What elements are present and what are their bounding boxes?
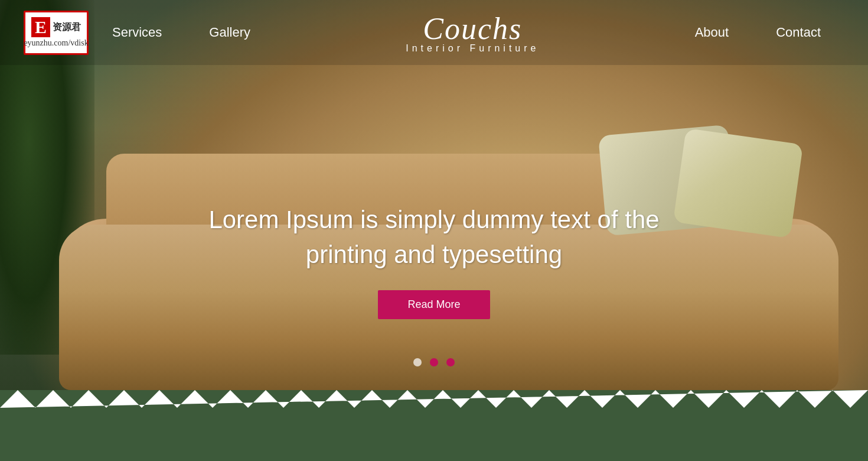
hero-section: E 资源君 eyunzhu.com/vdisk Services Gallery…: [0, 0, 868, 426]
nav-item-services[interactable]: Services: [89, 19, 185, 46]
nav-right-links: About Contact: [671, 19, 844, 46]
carousel-dot-2[interactable]: [430, 358, 438, 366]
logo-chinese: 资源君: [53, 22, 81, 32]
hero-title-line1: Lorem Ipsum is simply dummy text of the: [208, 206, 659, 233]
carousel-dot-3[interactable]: [446, 358, 455, 366]
hero-title: Lorem Ipsum is simply dummy text of the …: [198, 203, 670, 272]
zigzag-border: [0, 390, 868, 426]
carousel-dots: [0, 358, 868, 366]
hero-content: Lorem Ipsum is simply dummy text of the …: [0, 203, 868, 319]
nav-left-links: Services Gallery: [89, 19, 274, 46]
navbar: E 资源君 eyunzhu.com/vdisk Services Gallery…: [0, 0, 868, 65]
logo-e-row: E 资源君: [31, 17, 81, 37]
logo-box: E 资源君 eyunzhu.com/vdisk: [24, 11, 89, 55]
logo-url: eyunzhu.com/vdisk: [24, 38, 88, 48]
nav-item-about[interactable]: About: [671, 19, 753, 46]
logo-e-letter: E: [31, 17, 50, 37]
hero-title-line2: printing and typesetting: [306, 241, 562, 268]
brand-subtitle: Interior Furniture: [274, 43, 671, 54]
nav-item-gallery[interactable]: Gallery: [185, 19, 274, 46]
brand-title: Couchs Interior Furniture: [274, 11, 671, 54]
carousel-dot-1[interactable]: [413, 358, 422, 366]
logo-area: E 资源君 eyunzhu.com/vdisk: [24, 11, 89, 55]
below-hero-strip: [0, 426, 868, 461]
read-more-button[interactable]: Read More: [378, 290, 490, 319]
brand-name: Couchs: [274, 11, 671, 46]
nav-item-contact[interactable]: Contact: [752, 19, 844, 46]
